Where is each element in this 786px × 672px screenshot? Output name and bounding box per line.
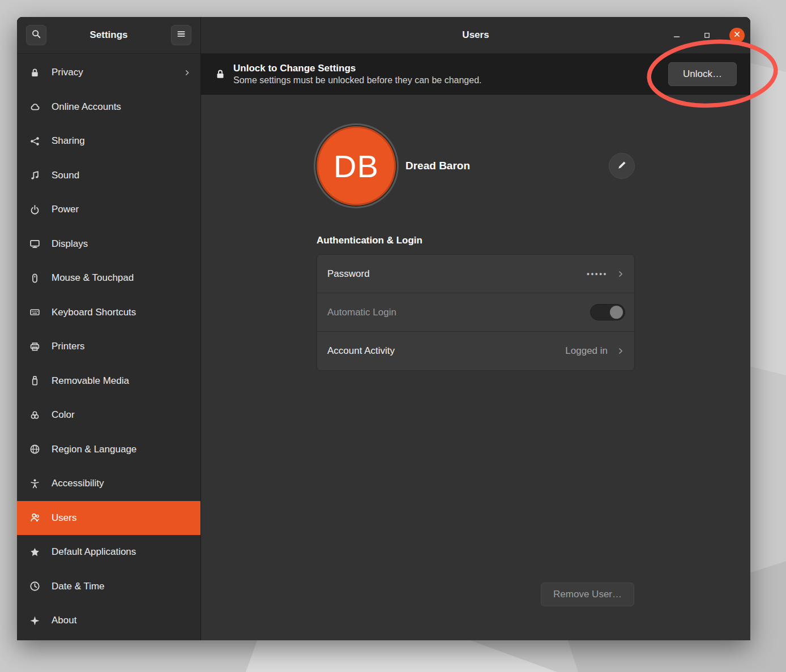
mouse-icon [29,273,40,284]
minimize-button[interactable] [669,28,684,42]
sidebar-item-label: Printers [52,341,85,352]
sidebar-item-sound[interactable]: Sound [17,159,200,193]
printer-icon [29,341,40,352]
settings-window: Settings Privacy Onl [17,17,750,640]
page-title: Users [462,29,489,41]
sidebar-item-label: Default Applications [52,546,136,558]
sidebar-list: Privacy Online Accounts Sharing [17,54,200,640]
close-icon [733,30,741,40]
maximize-button[interactable] [699,28,714,42]
sidebar: Settings Privacy Onl [17,17,201,640]
music-note-icon [29,170,40,181]
sparkle-icon [29,615,40,626]
sidebar-item-label: Mouse & Touchpad [52,272,134,284]
sidebar-item-users[interactable]: Users [17,501,200,536]
sidebar-item-displays[interactable]: Displays [17,227,200,262]
sidebar-item-label: About [52,615,76,626]
sidebar-item-color[interactable]: Color [17,398,200,433]
infobar-text: Unlock to Change Settings Some settings … [233,63,482,85]
account-activity-value: Logged in [565,345,608,357]
unlock-infobar: Unlock to Change Settings Some settings … [201,54,750,95]
sidebar-item-label: Removable Media [52,375,129,387]
cloud-icon [29,101,40,112]
sidebar-item-label: Sound [52,170,79,181]
automatic-login-toggle[interactable] [590,304,625,320]
chevron-right-icon [616,269,625,279]
sidebar-item-label: Keyboard Shortcuts [52,307,136,318]
sidebar-item-privacy[interactable]: Privacy [17,55,200,90]
keyboard-icon [29,307,40,318]
accessibility-person-icon [29,478,40,489]
sidebar-item-label: Color [52,409,75,421]
sidebar-item-removable-media[interactable]: Removable Media [17,364,200,399]
sidebar-item-region-language[interactable]: Region & Language [17,433,200,467]
infobar-title: Unlock to Change Settings [233,63,482,74]
user-identity-row: DB Dread Baron [317,126,635,206]
color-circles-icon [29,410,40,421]
remove-user-button[interactable]: Remove User… [541,583,634,606]
sidebar-item-label: Displays [52,238,88,250]
user-name: Dread Baron [405,160,470,172]
sidebar-item-label: Accessibility [52,478,104,489]
lock-icon [215,69,226,80]
sidebar-item-keyboard-shortcuts[interactable]: Keyboard Shortcuts [17,296,200,330]
globe-icon [29,444,40,455]
sidebar-item-default-applications[interactable]: Default Applications [17,535,200,570]
sidebar-item-accessibility[interactable]: Accessibility [17,466,200,501]
star-icon [29,547,40,558]
sidebar-title: Settings [89,29,127,41]
password-right: ••••• [587,269,625,279]
share-nodes-icon [29,136,40,147]
account-activity-label: Account Activity [327,345,395,357]
users-icon [29,512,40,523]
toggle-knob [610,306,623,319]
sidebar-item-label: Region & Language [52,444,136,455]
search-button[interactable] [26,25,46,45]
main-panel: Users Unlock to Change Set [201,17,750,640]
chevron-right-icon [616,346,625,356]
password-value: ••••• [587,269,608,279]
sidebar-item-power[interactable]: Power [17,192,200,227]
search-icon [31,29,41,41]
password-row[interactable]: Password ••••• [317,255,634,293]
sidebar-item-label: Sharing [52,135,85,147]
usb-drive-icon [29,375,40,386]
primary-menu-button[interactable] [171,25,191,45]
account-activity-right: Logged in [565,345,625,357]
window-controls [669,17,745,53]
chevron-right-icon [183,69,191,77]
user-avatar: DB [317,126,396,206]
automatic-login-row: Automatic Login [317,293,634,332]
sidebar-item-label: Power [52,204,79,215]
sidebar-item-label: Users [52,512,76,524]
lock-icon [29,67,40,78]
clock-icon [29,581,40,592]
password-label: Password [327,268,370,280]
sidebar-item-mouse-touchpad[interactable]: Mouse & Touchpad [17,261,200,296]
sidebar-item-printers[interactable]: Printers [17,329,200,364]
hamburger-menu-icon [176,29,186,41]
automatic-login-label: Automatic Login [327,307,396,318]
power-icon [29,204,40,215]
pencil-icon [617,160,627,173]
sidebar-item-label: Date & Time [52,581,105,592]
sidebar-item-sharing[interactable]: Sharing [17,124,200,159]
titlebar: Users [201,17,750,54]
unlock-button[interactable]: Unlock… [668,62,737,86]
auth-section-heading: Authentication & Login [317,235,635,246]
close-button[interactable] [729,28,745,43]
monitor-icon [29,238,40,249]
sidebar-item-label: Online Accounts [52,101,121,113]
auth-settings-group: Password ••••• Automatic Login [317,254,635,371]
sidebar-item-online-accounts[interactable]: Online Accounts [17,90,200,125]
sidebar-header: Settings [17,17,200,54]
content-column: DB Dread Baron Authentication & Login Pa… [317,95,635,640]
sidebar-item-about[interactable]: About [17,603,200,638]
account-activity-row[interactable]: Account Activity Logged in [317,332,634,370]
sidebar-item-label: Privacy [52,67,83,78]
infobar-subtitle: Some settings must be unlocked before th… [233,75,482,85]
users-content: DB Dread Baron Authentication & Login Pa… [201,95,750,640]
sidebar-item-date-time[interactable]: Date & Time [17,570,200,604]
edit-name-button[interactable] [609,153,635,179]
